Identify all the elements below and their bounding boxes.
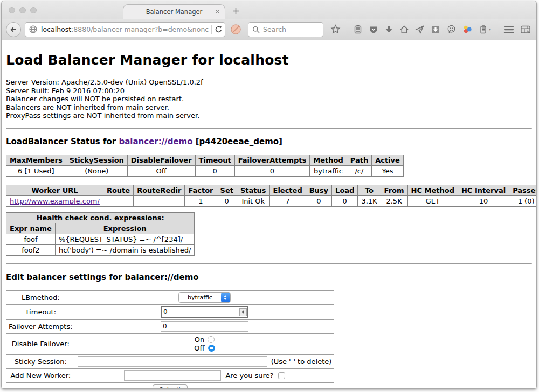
close-window-button[interactable]	[9, 7, 15, 13]
timeout-input[interactable]: 0	[161, 306, 248, 318]
bookmarks-list-icon[interactable]	[353, 25, 363, 34]
url-domain: localhost	[41, 25, 71, 33]
divider	[6, 128, 532, 129]
failover-attempts-input[interactable]: 0	[161, 321, 248, 332]
proxypass-notice-line: ProxyPass settings are NOT inherited fro…	[6, 111, 532, 120]
table-header-row: Worker URL Route RouteRedir Factor Set S…	[6, 185, 537, 195]
page-content: Load Balancer Manager for localhost Serv…	[2, 40, 536, 388]
minimize-window-button[interactable]	[19, 7, 26, 13]
share-plane-icon[interactable]	[415, 25, 425, 34]
health-row: foof %{REQUEST_STATUS} =~ /^[234]/	[6, 234, 195, 244]
tab-balancer-manager[interactable]: Balancer Manager	[123, 4, 225, 19]
failover-attempts-row: Failover Attempts: 0	[6, 319, 334, 333]
health-check-table: Health check cond. expressions: Expr nam…	[6, 212, 195, 256]
url-bar[interactable]: localhost:8880/balancer-manager?b=demo&n…	[25, 22, 225, 37]
search-placeholder: Search	[263, 25, 286, 33]
table-header-row: MaxMembers StickySession DisableFailover…	[6, 155, 404, 165]
add-worker-input[interactable]	[124, 370, 221, 381]
radio-on-label: On	[195, 335, 204, 344]
search-icon	[252, 26, 260, 33]
balancer-status-table: MaxMembers StickySession DisableFailover…	[6, 155, 404, 177]
home-icon[interactable]	[399, 25, 409, 34]
bookmark-star-icon[interactable]	[330, 24, 341, 34]
failover-off-radio[interactable]	[208, 345, 215, 352]
select-stepper-icon	[221, 293, 230, 302]
lbmethod-row: LBmethod: bytraffic	[6, 290, 334, 304]
health-row: foof2 hc('body') =~ /domain is establish…	[6, 244, 195, 255]
content-blocker-icon[interactable]	[230, 24, 241, 35]
radio-off-label: Off	[194, 344, 204, 353]
failover-on-radio[interactable]	[208, 336, 215, 343]
worker-table: Worker URL Route RouteRedir Factor Set S…	[6, 185, 536, 207]
tab-title: Balancer Manager	[146, 8, 203, 16]
addon-download-icon[interactable]	[431, 25, 440, 34]
submit-row: Submit	[6, 382, 334, 388]
number-spinner-icon[interactable]	[239, 308, 247, 316]
navigation-toolbar: localhost:8880/balancer-manager?b=demo&n…	[2, 19, 536, 40]
url-path: :8880/balancer-manager?b=demo&nonce=decc…	[71, 25, 209, 33]
dropdown-caret-icon[interactable]: ▾	[489, 27, 491, 32]
browser-window: Balancer Manager localhost:8880/balancer…	[1, 1, 537, 389]
zoom-window-button[interactable]	[30, 7, 37, 13]
sticky-session-label: Sticky Session:	[6, 354, 75, 368]
table-row: 6 [1 Used] (None) Off 0 0 bytraffic /c/ …	[6, 165, 404, 176]
sticky-session-hint: (Use '-' to delete)	[271, 358, 332, 366]
site-identity-globe-icon[interactable]	[29, 25, 38, 34]
failover-attempts-label: Failover Attempts:	[6, 319, 75, 333]
persist-notice-line: Balancer changes will NOT be persisted o…	[6, 95, 532, 103]
server-info: Server Version: Apache/2.5.0-dev (Unix) …	[6, 78, 532, 120]
balancer-settings-form: LBmethod: bytraffic Timeout: 0	[6, 290, 334, 388]
sticky-session-row: Sticky Session: (Use '-' to delete)	[6, 354, 334, 368]
downloads-icon[interactable]	[384, 25, 393, 34]
disable-failover-row: Disable Failover: On Off	[6, 333, 334, 354]
worker-row: http://www.example.com/ 1 0 Init Ok 7 0 …	[6, 195, 537, 206]
disable-failover-label: Disable Failover:	[6, 333, 75, 354]
feedback-smiley-icon[interactable]	[446, 24, 457, 34]
worker-url-link[interactable]: http://www.example.com/	[10, 197, 100, 205]
add-worker-row: Add New Worker: Are you sure?	[6, 368, 334, 382]
video-downloadhelper-icon[interactable]	[462, 24, 473, 34]
timeout-label: Timeout:	[6, 304, 75, 319]
balancer-demo-link[interactable]: balancer://demo	[119, 137, 192, 146]
submit-button[interactable]: Submit	[153, 384, 188, 388]
add-worker-label: Add New Worker:	[6, 368, 75, 382]
url-text[interactable]: localhost:8880/balancer-manager?b=demo&n…	[41, 25, 209, 33]
page-title: Load Balancer Manager for localhost	[6, 40, 532, 68]
status-heading: LoadBalancer Status for balancer://demo …	[6, 137, 532, 146]
inherit-notice-line: Balancers are NOT inherited from main se…	[6, 103, 532, 112]
table-caption-row: Health check cond. expressions:	[6, 212, 195, 223]
are-you-sure-label: Are you sure?	[225, 372, 273, 380]
new-tab-button[interactable]	[232, 8, 239, 15]
divider	[6, 263, 532, 264]
tab-groups-icon[interactable]	[520, 25, 531, 34]
tab-close-icon[interactable]	[215, 9, 220, 14]
sticky-session-input[interactable]	[78, 356, 267, 367]
edit-settings-heading: Edit balancer settings for balancer://de…	[6, 272, 532, 282]
server-built-line: Server Built: Feb 9 2016 07:00:20	[6, 87, 532, 95]
lbmethod-select[interactable]: bytraffic	[178, 292, 231, 303]
pocket-icon[interactable]	[369, 25, 378, 34]
timeout-row: Timeout: 0	[6, 304, 334, 319]
menu-hamburger-icon[interactable]	[503, 25, 514, 34]
session-manager-icon[interactable]: ▾	[479, 25, 491, 34]
back-button[interactable]	[6, 22, 21, 37]
window-controls[interactable]	[9, 7, 37, 13]
table-header-row: Expr name Expression	[6, 223, 195, 234]
toolbar-icons: ▾	[330, 24, 532, 35]
are-you-sure-checkbox[interactable]	[278, 372, 285, 379]
titlebar: Balancer Manager	[2, 1, 536, 19]
search-bar[interactable]: Search	[248, 22, 323, 37]
lbmethod-label: LBmethod:	[6, 290, 75, 304]
reload-icon[interactable]	[215, 25, 223, 33]
server-version-line: Server Version: Apache/2.5.0-dev (Unix) …	[6, 78, 532, 87]
